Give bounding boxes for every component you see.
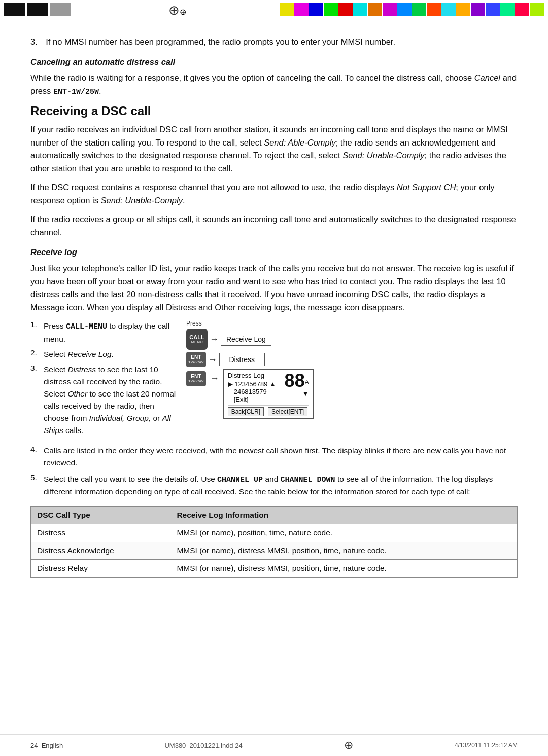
item3-text: 3. If no MMSI number has been programmed… <box>30 35 518 49</box>
distress-box: Distress <box>219 353 265 366</box>
receiving-p1-italic1: Send: Able-Comply <box>264 138 336 147</box>
distress-log-number: 88A ▼ <box>285 372 309 398</box>
swatch-cyan <box>353 3 367 16</box>
receiving-p3: If the radio receives a group or all shi… <box>30 213 518 239</box>
swatch-violet <box>471 3 485 16</box>
table-cell-type-1: Distress <box>31 524 170 542</box>
canceling-bold: ENT-1W/25W <box>53 88 99 96</box>
step-4-row: 4. Calls are listed in the order they we… <box>30 445 518 469</box>
select-button[interactable]: Select[ENT] <box>268 407 307 416</box>
distress-log-title: Distress Log <box>228 372 276 379</box>
back-button[interactable]: Back[CLR] <box>228 407 264 416</box>
distress-arrow-icon: ▶ <box>228 380 233 388</box>
table-row: Distress MMSI (or name), position, time,… <box>31 524 518 542</box>
receiving-p2-italic1: Not Support CH <box>397 183 456 192</box>
black-bars <box>0 0 75 19</box>
crosshair-icon: ⊕ <box>168 3 183 17</box>
canceling-italic: Cancel <box>474 73 500 82</box>
color-bar: ⊕ <box>0 0 548 19</box>
call-menu-bold: CALL-MENU <box>66 322 107 331</box>
page-footer: 24 English UM380_20101221.indd 24 ⊕ 4/13… <box>0 734 548 756</box>
black-bar-1 <box>4 3 25 16</box>
step-2-num: 2. <box>30 348 41 361</box>
call-menu-button: CALL MENU <box>186 329 208 350</box>
swatch-orange <box>368 3 382 16</box>
center-crosshair-area: ⊕ <box>75 0 276 19</box>
distress-italic: Distress <box>67 365 96 374</box>
receive-log-heading: Receive log <box>30 246 518 259</box>
ent-button-2: ENT 1W/25W <box>186 371 206 386</box>
table-row: Distress Relay MMSI (or name), distress … <box>31 559 518 577</box>
distress-log-box: Distress Log ▶ 123456789 ▲ 246813579 [Ex… <box>223 369 314 419</box>
step-2-text: Select Receive Log. <box>44 348 114 361</box>
color-swatches <box>276 0 548 19</box>
main-content: 3. If no MMSI number has been programmed… <box>0 19 548 598</box>
distress-log-content: Distress Log ▶ 123456789 ▲ 246813579 [Ex… <box>228 372 276 403</box>
receiving-p2-end: . <box>183 196 185 205</box>
footer-date: 4/13/2011 11:25:12 AM <box>455 742 518 749</box>
step-1-num: 1. <box>30 320 41 345</box>
swatch-cobalt <box>486 3 500 16</box>
distress-log-actions: Back[CLR] Select[ENT] <box>228 405 309 416</box>
step-2-row: 2. Select Receive Log. <box>30 348 180 361</box>
swatch-yellow <box>280 3 294 16</box>
receiving-p1: If your radio receives an individual DSC… <box>30 123 518 175</box>
swatch-mint <box>500 3 515 16</box>
diagram-visual-column: Press CALL MENU → Receive Log ENT 1W/25W <box>186 320 518 419</box>
receive-log-p1: Just like your telephone's caller ID lis… <box>30 262 518 314</box>
canceling-end: . <box>99 86 101 95</box>
other-italic: Other <box>67 389 87 398</box>
table-cell-info-2: MMSI (or name), distress MMSI, position,… <box>170 542 518 559</box>
page: ⊕ 3. If no MMSI number has been program <box>0 0 548 756</box>
ent2-bot: 1W/25W <box>188 379 204 384</box>
distress-log-big: 88 <box>285 370 305 391</box>
swatch-yellow-green <box>530 3 544 16</box>
distress-log-entry1: ▶ 123456789 ▲ <box>228 380 276 388</box>
receiving-heading: Receiving a DSC call <box>30 104 518 118</box>
step-3-text: Select Distress to see the last 10 distr… <box>44 364 180 437</box>
language-label: English <box>42 742 63 749</box>
receive-log-italic: Receive Log <box>67 350 111 358</box>
step-3-row: 3. Select Distress to see the last 10 di… <box>30 364 180 437</box>
distress-log-row: ENT 1W/25W → Distress Log ▶ 123456789 <box>186 369 518 419</box>
footer-crosshair-icon: ⊕ <box>344 739 353 752</box>
table-header-col1: DSC Call Type <box>31 506 170 524</box>
page-number-label: 24 English <box>30 742 63 749</box>
swatch-lime <box>412 3 426 16</box>
page-number: 24 <box>30 742 38 749</box>
swatch-aqua <box>441 3 456 16</box>
arrow-icon-3: → <box>210 373 219 384</box>
table-header-row: DSC Call Type Receive Log Information <box>31 506 518 524</box>
distress-log-entry2: 246813579 <box>228 388 276 395</box>
receiving-p1-italic2: Send: Unable-Comply <box>342 151 424 160</box>
table-cell-type-2: Distress Acknowledge <box>31 542 170 559</box>
step-1-row: 1. Press CALL-MENU to display the call m… <box>30 320 180 345</box>
step-4-text: Calls are listed in the order they were … <box>44 445 518 469</box>
ent1-bot: 1W/25W <box>188 360 204 365</box>
arrow-icon-2: → <box>208 354 217 365</box>
swatch-purple <box>383 3 397 16</box>
individual-italic: Individual, Group, <box>89 414 151 422</box>
distress-up-arrow: ▲ <box>269 380 276 388</box>
diagram-wrapper: 1. Press CALL-MENU to display the call m… <box>30 320 518 439</box>
swatch-light-blue <box>397 3 412 16</box>
distress-log-num1: 123456789 <box>234 380 267 388</box>
canceling-paragraph: While the radio is waiting for a respons… <box>30 71 518 98</box>
footer-filename: UM380_20101221.indd 24 <box>164 742 242 749</box>
steps-column: 1. Press CALL-MENU to display the call m… <box>30 320 180 439</box>
swatch-orange-red <box>427 3 441 16</box>
channel-up-bold: CHANNEL UP <box>217 476 263 484</box>
gray-bar <box>50 3 71 16</box>
press-label: Press <box>186 320 518 327</box>
swatch-blue <box>309 3 323 16</box>
distress-log-exit: [Exit] <box>228 395 276 403</box>
canceling-text1: While the radio is waiting for a respons… <box>30 73 474 82</box>
distress-log-sub: A <box>305 379 309 386</box>
swatch-gold <box>456 3 470 16</box>
step-3-num: 3. <box>30 364 41 437</box>
table-cell-info-1: MMSI (or name), position, time, nature c… <box>170 524 518 542</box>
receive-log-row: CALL MENU → Receive Log <box>186 329 518 350</box>
table-row: Distress Acknowledge MMSI (or name), dis… <box>31 542 518 559</box>
swatch-crimson <box>515 3 529 16</box>
step-5-text: Select the call you want to see the deta… <box>44 473 518 498</box>
